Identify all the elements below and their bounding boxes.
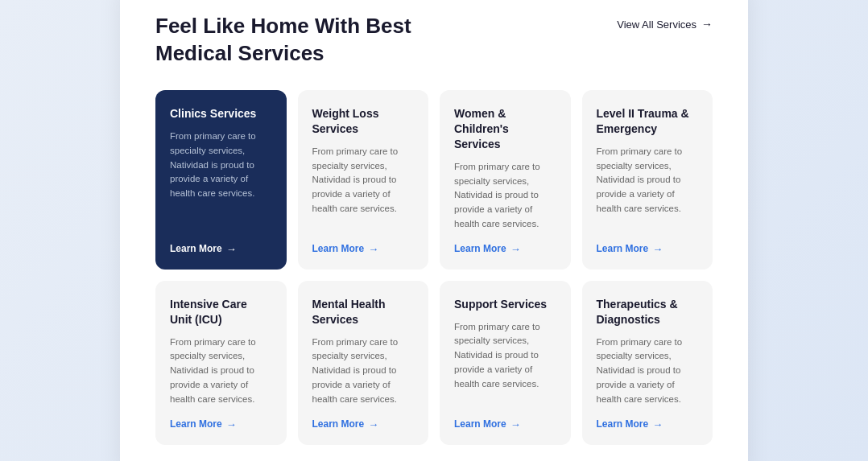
- learn-more-label-support: Learn More: [454, 418, 506, 430]
- learn-more-arrow-icon-clinics: →: [226, 243, 237, 255]
- card-title-support: Support Services: [454, 297, 556, 312]
- services-grid: Clinics Services From primary care to sp…: [155, 90, 713, 445]
- header-row: Feel Like Home With Best Medical Service…: [155, 13, 713, 68]
- service-card-mental-health[interactable]: Mental Health Services From primary care…: [298, 281, 429, 445]
- view-all-arrow-icon: →: [701, 18, 713, 31]
- learn-more-label-icu: Learn More: [170, 418, 222, 430]
- learn-more-weight-loss[interactable]: Learn More →: [312, 243, 415, 255]
- learn-more-arrow-icon-mental-health: →: [368, 418, 378, 430]
- learn-more-label-therapeutics: Learn More: [597, 418, 649, 430]
- card-title-therapeutics: Therapeutics & Diagnostics: [597, 297, 699, 327]
- learn-more-arrow-icon-womens-childrens: →: [510, 243, 521, 255]
- service-card-clinics[interactable]: Clinics Services From primary care to sp…: [155, 90, 287, 270]
- learn-more-arrow-icon-trauma: →: [652, 243, 663, 255]
- card-title-trauma: Level II Trauma & Emergency: [597, 106, 699, 137]
- learn-more-trauma[interactable]: Learn More →: [597, 243, 699, 255]
- view-all-label: View All Services: [617, 19, 696, 31]
- card-desc-icu: From primary care to specialty services,…: [170, 335, 272, 407]
- card-desc-clinics: From primary care to specialty services,…: [170, 130, 272, 232]
- page-title: Feel Like Home With Best Medical Service…: [155, 13, 411, 68]
- learn-more-clinics[interactable]: Learn More →: [170, 243, 272, 255]
- learn-more-arrow-icon-icu: →: [226, 418, 237, 430]
- card-desc-therapeutics: From primary care to specialty services,…: [597, 335, 699, 407]
- service-card-therapeutics[interactable]: Therapeutics & Diagnostics From primary …: [582, 281, 713, 445]
- learn-more-icu[interactable]: Learn More →: [170, 418, 272, 430]
- learn-more-arrow-icon-therapeutics: →: [652, 418, 663, 430]
- card-title-mental-health: Mental Health Services: [312, 297, 415, 327]
- card-title-clinics: Clinics Services: [170, 106, 272, 121]
- learn-more-label-trauma: Learn More: [597, 243, 649, 254]
- service-card-womens-childrens[interactable]: Women & Children's Services From primary…: [440, 90, 571, 270]
- service-card-support[interactable]: Support Services From primary care to sp…: [440, 281, 571, 445]
- learn-more-label-clinics: Learn More: [170, 243, 222, 254]
- learn-more-mental-health[interactable]: Learn More →: [312, 418, 415, 430]
- main-card: Feel Like Home With Best Medical Service…: [120, 0, 748, 461]
- view-all-link[interactable]: View All Services →: [617, 18, 713, 31]
- card-desc-mental-health: From primary care to specialty services,…: [312, 335, 415, 407]
- service-card-icu[interactable]: Intensive Care Unit (ICU) From primary c…: [155, 281, 287, 445]
- card-title-weight-loss: Weight Loss Services: [312, 106, 415, 137]
- learn-more-womens-childrens[interactable]: Learn More →: [454, 243, 556, 255]
- learn-more-label-mental-health: Learn More: [312, 418, 365, 430]
- card-desc-support: From primary care to specialty services,…: [454, 320, 556, 407]
- card-title-womens-childrens: Women & Children's Services: [454, 106, 556, 152]
- learn-more-support[interactable]: Learn More →: [454, 418, 556, 430]
- card-desc-weight-loss: From primary care to specialty services,…: [312, 145, 415, 232]
- card-title-icu: Intensive Care Unit (ICU): [170, 297, 272, 327]
- learn-more-therapeutics[interactable]: Learn More →: [597, 418, 699, 430]
- service-card-trauma[interactable]: Level II Trauma & Emergency From primary…: [582, 90, 713, 270]
- card-desc-trauma: From primary care to specialty services,…: [597, 145, 699, 232]
- service-card-weight-loss[interactable]: Weight Loss Services From primary care t…: [298, 90, 429, 270]
- learn-more-label-weight-loss: Learn More: [312, 243, 365, 254]
- card-desc-womens-childrens: From primary care to specialty services,…: [454, 160, 556, 232]
- learn-more-arrow-icon-weight-loss: →: [368, 243, 378, 255]
- learn-more-arrow-icon-support: →: [510, 418, 521, 430]
- learn-more-label-womens-childrens: Learn More: [454, 243, 506, 254]
